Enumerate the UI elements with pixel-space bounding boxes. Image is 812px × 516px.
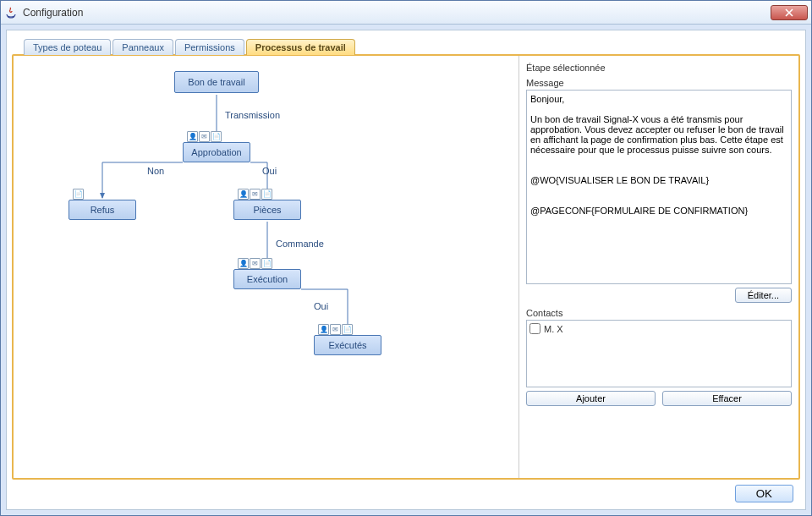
doc-icon: 📄 [73, 189, 84, 200]
edit-button[interactable]: Éditer... [735, 288, 792, 303]
node-execution[interactable]: 👤 ✉ 📄 Exécution [233, 269, 301, 289]
node-work-order[interactable]: Bon de travail [174, 71, 259, 93]
doc-icon: 📄 [261, 258, 272, 269]
selected-step-title: Étape sélectionnée [526, 63, 792, 73]
message-textarea[interactable] [526, 90, 792, 284]
tabs-row: Types de poteau Panneaux Permissions Pro… [12, 36, 800, 54]
doc-icon: 📄 [342, 324, 353, 335]
mail-icon: ✉ [250, 189, 261, 200]
tab-processus-de-travail[interactable]: Processus de travail [246, 39, 355, 55]
workflow-diagram[interactable]: Bon de travail Transmission 👤 ✉ 📄 Approb… [14, 56, 519, 478]
configuration-window: Configuration Types de poteau Panneaux P… [0, 0, 812, 516]
node-label: Refus [91, 205, 115, 215]
tab-permissions[interactable]: Permissions [175, 39, 244, 55]
doc-icon: 📄 [261, 189, 272, 200]
mail-icon: ✉ [330, 324, 341, 335]
contact-name: M. X [544, 324, 563, 334]
node-label: Exécution [247, 274, 288, 284]
mail-icon: ✉ [199, 131, 210, 142]
side-panel: Étape sélectionnée Message Éditer... Con… [519, 56, 798, 478]
user-icon: 👤 [238, 258, 249, 269]
node-parts[interactable]: 👤 ✉ 📄 Pièces [233, 200, 301, 220]
doc-icon: 📄 [211, 131, 222, 142]
ok-button[interactable]: OK [735, 485, 793, 502]
contacts-label: Contacts [526, 308, 792, 318]
user-icon: 👤 [318, 324, 329, 335]
java-icon [4, 6, 18, 19]
user-icon: 👤 [187, 131, 198, 142]
contact-item[interactable]: M. X [529, 323, 788, 334]
add-contact-button[interactable]: Ajouter [526, 391, 656, 406]
window-title: Configuration [23, 7, 771, 19]
tab-panneaux[interactable]: Panneaux [112, 39, 173, 55]
tab-body: Bon de travail Transmission 👤 ✉ 📄 Approb… [12, 54, 800, 480]
message-label: Message [526, 78, 792, 88]
clear-contact-button[interactable]: Effacer [662, 391, 792, 406]
contacts-list[interactable]: M. X [526, 320, 792, 387]
close-button[interactable] [771, 5, 808, 20]
titlebar: Configuration [1, 1, 811, 25]
node-label: Bon de travail [188, 77, 244, 87]
tab-types-de-poteau[interactable]: Types de poteau [24, 39, 111, 55]
dialog-footer: OK [12, 480, 800, 504]
node-label: Pièces [253, 205, 281, 215]
mail-icon: ✉ [250, 258, 261, 269]
edge-label-yes2: Oui [314, 301, 328, 311]
node-label: Exécutés [328, 340, 366, 350]
user-icon: 👤 [238, 189, 249, 200]
node-executed[interactable]: 👤 ✉ 📄 Exécutés [314, 335, 381, 355]
edge-label-no: Non [147, 166, 164, 176]
edge-label-yes: Oui [262, 166, 277, 176]
content-area: Types de poteau Panneaux Permissions Pro… [6, 30, 806, 510]
edge-label-order: Commande [276, 239, 324, 249]
node-refusal[interactable]: 📄 Refus [69, 200, 136, 220]
node-approval[interactable]: 👤 ✉ 📄 Approbation [183, 142, 250, 162]
node-label: Approbation [191, 147, 241, 157]
contact-checkbox[interactable] [529, 323, 540, 334]
edge-label-transmission: Transmission [225, 110, 280, 120]
